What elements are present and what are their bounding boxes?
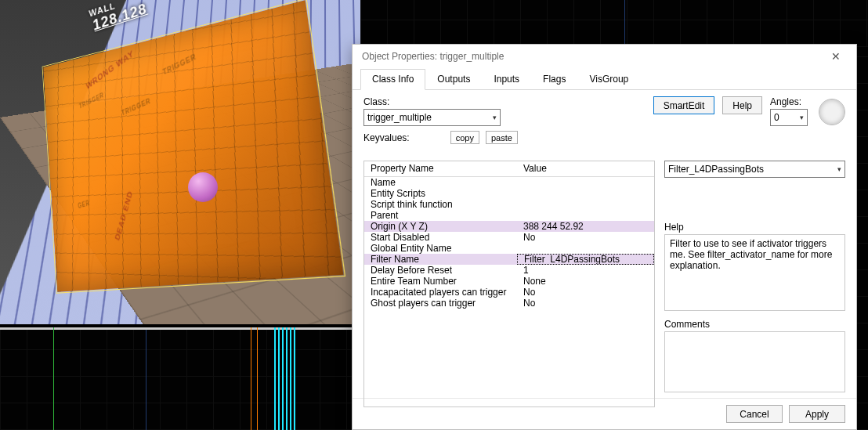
comments-textarea[interactable] — [664, 331, 845, 392]
angle-dial[interactable] — [819, 99, 845, 125]
axis-line — [146, 330, 146, 430]
smartedit-button[interactable]: SmartEdit — [653, 96, 715, 114]
keyvalues-table: Property Name Value NameEntity ScriptsSc… — [363, 161, 655, 407]
table-row[interactable]: Delay Before Reset1 — [364, 265, 654, 276]
property-cell: Name — [364, 177, 517, 188]
value-cell: No — [517, 298, 654, 309]
property-cell: Start Disabled — [364, 232, 517, 243]
value-cell: No — [517, 287, 654, 298]
help-text-box: Filter to use to see if activator trigge… — [664, 234, 845, 311]
viewport-3d[interactable]: TRIGGER TRIGGER TRIGGER GER WRONG WAY DE… — [0, 0, 360, 324]
chevron-down-icon: ▾ — [837, 165, 841, 173]
viewport-2d-top[interactable] — [360, 0, 868, 47]
copy-button[interactable]: copy — [450, 131, 479, 144]
table-row[interactable]: Entity Scripts — [364, 188, 654, 199]
property-cell: Filter Name — [364, 254, 517, 265]
tab-visgroup[interactable]: VisGroup — [577, 69, 640, 90]
dialog-title: Object Properties: trigger_multiple — [362, 51, 504, 62]
table-row[interactable]: Incapacitated players can triggerNo — [364, 287, 654, 298]
value-editor-dropdown[interactable]: Filter_L4DPassingBots ▾ — [664, 161, 845, 178]
comments-label: Comments — [664, 319, 845, 330]
entity-markers-cyan — [274, 327, 298, 430]
class-dropdown[interactable]: trigger_multiple ▾ — [363, 109, 501, 126]
close-icon: ✕ — [831, 50, 841, 63]
table-row[interactable]: Start DisabledNo — [364, 232, 654, 243]
property-cell: Incapacitated players can trigger — [364, 287, 517, 298]
value-cell: None — [517, 276, 654, 287]
dialog-titlebar[interactable]: Object Properties: trigger_multiple ✕ — [353, 45, 856, 68]
angles-dropdown[interactable]: 0 ▾ — [770, 109, 808, 126]
table-row[interactable]: Filter NameFilter_L4DPassingBots — [364, 254, 654, 265]
value-cell — [517, 188, 654, 199]
value-cell — [517, 243, 654, 254]
value-cell — [517, 210, 654, 221]
col-property[interactable]: Property Name — [364, 161, 517, 176]
apply-button[interactable]: Apply — [789, 405, 845, 423]
table-row[interactable]: Entire Team NumberNone — [364, 276, 654, 287]
table-header: Property Name Value — [364, 161, 654, 177]
value-cell: Filter_L4DPassingBots — [517, 254, 654, 265]
property-cell: Origin (X Y Z) — [364, 221, 517, 232]
property-cell: Delay Before Reset — [364, 265, 517, 276]
property-cell: Ghost players can trigger — [364, 298, 517, 309]
value-cell: 388 244 52.92 — [517, 221, 654, 232]
object-properties-dialog: Object Properties: trigger_multiple ✕ Cl… — [352, 44, 857, 430]
angles-value: 0 — [774, 112, 779, 123]
paste-button[interactable]: paste — [486, 131, 518, 144]
table-row[interactable]: Ghost players can triggerNo — [364, 298, 654, 309]
property-cell: Global Entity Name — [364, 243, 517, 254]
value-cell — [517, 177, 654, 188]
value-cell: No — [517, 232, 654, 243]
help-button[interactable]: Help — [722, 96, 762, 114]
property-cell: Entity Scripts — [364, 188, 517, 199]
tab-outputs[interactable]: Outputs — [425, 69, 482, 90]
value-cell: 1 — [517, 265, 654, 276]
tab-inputs[interactable]: Inputs — [482, 69, 531, 90]
table-row[interactable]: Origin (X Y Z)388 244 52.92 — [364, 221, 654, 232]
entity-marker-green — [53, 327, 54, 430]
viewport-2d-front[interactable] — [0, 327, 360, 430]
col-value[interactable]: Value — [517, 161, 654, 176]
viewport-2d-side[interactable] — [857, 47, 868, 430]
origin-sphere[interactable] — [188, 172, 218, 202]
table-row[interactable]: Script think function — [364, 199, 654, 210]
chevron-down-icon: ▾ — [800, 114, 804, 121]
value-editor-text: Filter_L4DPassingBots — [668, 164, 764, 175]
tab-flags[interactable]: Flags — [531, 69, 577, 90]
angles-label: Angles: — [770, 96, 801, 107]
property-cell: Parent — [364, 210, 517, 221]
entity-marker-orange — [257, 327, 258, 430]
entity-marker-orange — [251, 327, 251, 430]
dialog-body: Class: trigger_multiple ▾ Keyvalues: cop… — [353, 90, 856, 398]
trigger-brush[interactable]: TRIGGER TRIGGER TRIGGER GER WRONG WAY DE… — [43, 0, 343, 292]
table-body: NameEntity ScriptsScript think functionP… — [364, 177, 654, 407]
tabstrip: Class Info Outputs Inputs Flags VisGroup — [353, 68, 856, 90]
help-section-label: Help — [664, 222, 845, 233]
keyvalues-label: Keyvalues: — [363, 132, 410, 143]
table-row[interactable]: Global Entity Name — [364, 243, 654, 254]
property-cell: Entire Team Number — [364, 276, 517, 287]
table-row[interactable]: Parent — [364, 210, 654, 221]
side-panel: Filter_L4DPassingBots ▾ Help Filter to u… — [664, 161, 845, 392]
chevron-down-icon: ▾ — [493, 114, 497, 121]
close-button[interactable]: ✕ — [820, 47, 852, 66]
tab-class-info[interactable]: Class Info — [360, 69, 425, 90]
cancel-button[interactable]: Cancel — [726, 405, 783, 423]
property-cell: Script think function — [364, 199, 517, 210]
value-cell — [517, 199, 654, 210]
class-dropdown-value: trigger_multiple — [367, 112, 432, 123]
table-row[interactable]: Name — [364, 177, 654, 188]
